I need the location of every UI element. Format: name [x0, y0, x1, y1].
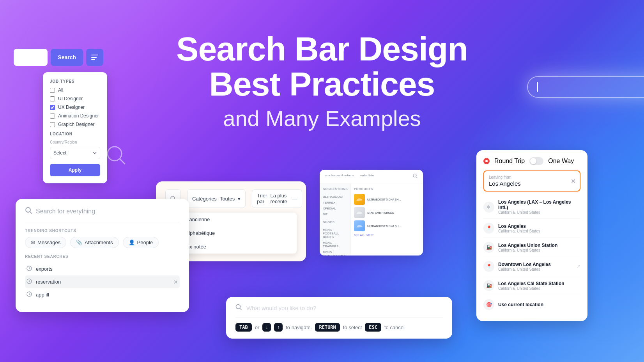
- clock-icon-reservation: [27, 279, 32, 285]
- product-2-image: [354, 207, 365, 218]
- nav-item-surcharges[interactable]: surcharges & returns: [325, 174, 354, 179]
- french-categories-dropdown[interactable]: Catégories Toutes ▾: [187, 189, 246, 208]
- suggestion-sit[interactable]: SIT: [323, 211, 347, 217]
- mens-football-boots[interactable]: MENS FOOTBALL BOOTS: [323, 227, 347, 240]
- suggestion-lax[interactable]: ✈ Los Angeles (LAX – Los Angeles Intl.) …: [483, 195, 580, 219]
- checkbox-ui-designer-input[interactable]: [50, 96, 55, 101]
- nav-item-orders[interactable]: order liste: [360, 174, 374, 179]
- suggestion-cal-state[interactable]: 🚂 Los Angeles Cal State Station Californ…: [483, 276, 580, 295]
- shoes-label: SHOES: [323, 220, 347, 224]
- svg-point-5: [26, 208, 30, 212]
- suggestion-ultraboost[interactable]: ULTRABOOST: [323, 194, 347, 200]
- flight-input-box: Leaving from Los Angeles ✕: [483, 170, 580, 192]
- checkbox-animation[interactable]: Animation Designer: [50, 113, 100, 119]
- search-button[interactable]: Search: [51, 49, 83, 66]
- recent-item-reservation[interactable]: reservation ✕: [25, 275, 180, 288]
- shortcut-messages[interactable]: ✉ Messages: [25, 237, 66, 248]
- suggestion-downtown[interactable]: 📍 Downtown Los Angeles California, Unite…: [483, 257, 580, 276]
- shortcut-people[interactable]: 👤 People: [123, 237, 159, 248]
- messages-icon: ✉: [31, 240, 35, 245]
- checkbox-animation-input[interactable]: [50, 114, 55, 119]
- suggestion-union-station[interactable]: 🚂 Los Angeles Union Station California, …: [483, 238, 580, 257]
- select-text: to select: [343, 325, 362, 330]
- checkbox-ux-designer-input[interactable]: [50, 105, 55, 110]
- command-search-icon: [235, 304, 242, 312]
- recent-reservation-close[interactable]: ✕: [173, 279, 178, 285]
- suggestion-current-location[interactable]: 🎯 Use current location: [483, 295, 580, 314]
- svg-line-4: [120, 159, 125, 164]
- suggestion-downtown-text: Downtown Los Angeles California, United …: [498, 262, 573, 272]
- french-sort-dropdown[interactable]: Trier par La plus récente —: [252, 189, 302, 208]
- arrow-icon: ↗: [577, 264, 580, 269]
- leaving-from-value[interactable]: Los Angeles: [489, 180, 575, 187]
- suggestion-lax-text: Los Angeles (LAX – Los Angeles Intl.) Ca…: [498, 199, 580, 215]
- suggestion-la-text: Los Angeles California, United States: [498, 224, 580, 233]
- svg-point-20: [236, 305, 241, 309]
- product-3[interactable]: ULTRABOOST 5 DNA SH...: [354, 220, 420, 231]
- recent-item-exports[interactable]: exports: [25, 263, 180, 275]
- checkbox-ui-designer[interactable]: UI Designer: [50, 96, 100, 101]
- navigate-text: to navigate.: [286, 325, 312, 330]
- ecommerce-card: surcharges & returns order liste SUGGEST…: [320, 170, 423, 256]
- suggestion-xpedial[interactable]: XPEDIAL: [323, 206, 347, 211]
- suggestion-cal-state-text: Los Angeles Cal State Station California…: [498, 281, 580, 291]
- search-everything-placeholder[interactable]: Search for everything: [36, 208, 95, 215]
- location-icon: 📍: [483, 223, 494, 234]
- cal-state-icon: 🚂: [483, 280, 494, 291]
- product-2[interactable]: STAN SMITH SHOES: [354, 207, 420, 218]
- round-trip-label: Round Trip: [494, 158, 525, 165]
- top-search-input-box[interactable]: [14, 49, 48, 66]
- nav-search-icon[interactable]: [413, 174, 418, 179]
- checkbox-graphic-input[interactable]: [50, 122, 55, 127]
- clock-icon-exports: [27, 266, 32, 272]
- suggestion-terrex[interactable]: TERREX: [323, 200, 347, 206]
- title-line2: Best Practices: [209, 65, 435, 103]
- command-placeholder[interactable]: What would you like to do?: [246, 305, 316, 311]
- glow-search-card: [527, 76, 644, 98]
- svg-rect-2: [91, 59, 95, 60]
- command-keys-row: TAB or ↓ ↑ to navigate. RETURN to select…: [235, 323, 443, 332]
- train-icon: 🚂: [483, 242, 494, 253]
- svg-line-19: [416, 177, 418, 178]
- apply-button[interactable]: Apply: [50, 164, 100, 176]
- trending-label: TRENDING SHORTCUTS: [25, 229, 180, 233]
- round-trip-radio[interactable]: [483, 158, 490, 164]
- products-label: PRODUCTS: [354, 187, 420, 191]
- checkbox-ux-designer[interactable]: UX Designer: [50, 105, 100, 110]
- flight-type-row: Round Trip One Way: [483, 157, 580, 165]
- suggestions-label: SUGGESTIONS: [323, 187, 347, 191]
- suggestion-la[interactable]: 📍 Los Angeles California, United States: [483, 219, 580, 238]
- recent-label: RECENT SEARCHES: [25, 254, 180, 259]
- shortcut-attachments[interactable]: 📎 Attachments: [70, 237, 119, 248]
- checkbox-graphic[interactable]: Grapich Designer: [50, 122, 100, 127]
- search-everything-icon: [25, 207, 32, 216]
- main-title: Search Bar Design Best Practices and Man…: [147, 31, 497, 131]
- categories-value: Toutes: [220, 196, 235, 202]
- mens-outdoor[interactable]: MENS OUTDOOR MEN: [323, 249, 347, 256]
- recent-exports-text: exports: [36, 266, 53, 272]
- filter-button[interactable]: [86, 49, 103, 66]
- country-select[interactable]: Select: [50, 147, 100, 159]
- attachments-label: Attachments: [85, 240, 113, 245]
- glow-search-bar[interactable]: [527, 76, 644, 98]
- product-1[interactable]: ULTRABOOST 5 DNA SH...: [354, 194, 420, 205]
- ecommerce-sidebar: SUGGESTIONS ULTRABOOST TERREX XPEDIAL SI…: [320, 183, 351, 255]
- product-3-name: ULTRABOOST 5 DNA SH...: [367, 225, 401, 227]
- messages-label: Messages: [37, 240, 60, 245]
- ecommerce-nav: surcharges & returns order liste: [320, 170, 423, 183]
- checkbox-all[interactable]: All: [50, 87, 100, 93]
- mens-trainers[interactable]: MENS TRAINERS: [323, 240, 347, 249]
- recent-item-app-ill[interactable]: app ill: [25, 288, 180, 301]
- one-way-label: One Way: [548, 158, 574, 165]
- svg-line-15: [29, 295, 30, 295]
- checkbox-all-input[interactable]: [50, 88, 55, 93]
- svg-line-6: [30, 212, 32, 213]
- trip-toggle[interactable]: [529, 157, 543, 165]
- job-types-label: JOB TYPES: [50, 79, 100, 83]
- up-arrow-key: ↑: [274, 323, 283, 332]
- title-line1: Search Bar Design: [176, 30, 468, 67]
- job-filter-card: JOB TYPES All UI Designer UX Designer An…: [43, 72, 107, 183]
- search-everything-card: Search for everything TRENDING SHORTCUTS…: [16, 199, 189, 312]
- see-all-link[interactable]: SEE ALL "MEN": [354, 234, 420, 236]
- clear-input-button[interactable]: ✕: [571, 177, 576, 185]
